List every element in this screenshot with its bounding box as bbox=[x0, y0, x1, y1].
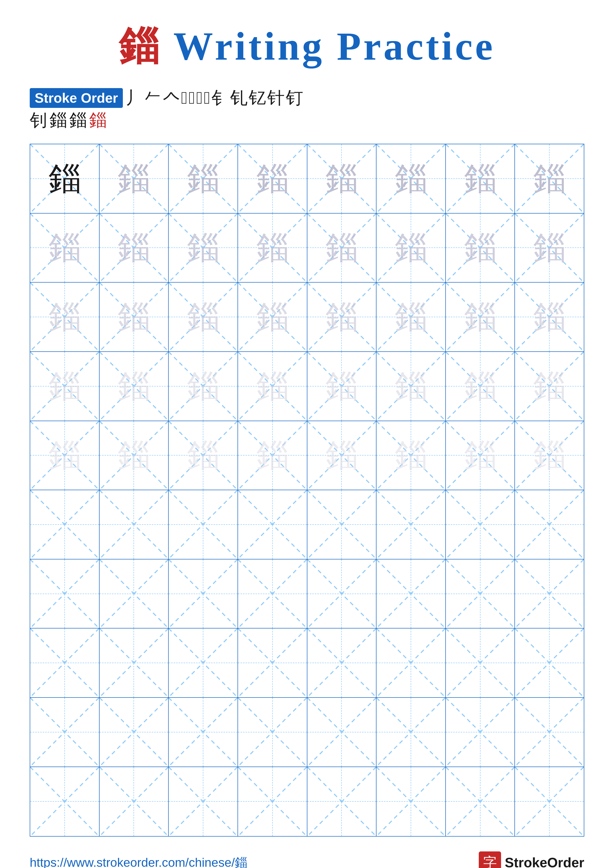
grid-cell-1-1[interactable]: 錙 bbox=[30, 144, 99, 214]
grid-cell-9-5[interactable] bbox=[307, 698, 377, 767]
grid-cell-7-6[interactable] bbox=[376, 560, 446, 629]
grid-cell-7-1[interactable] bbox=[30, 560, 99, 629]
svg-line-140 bbox=[446, 698, 515, 767]
grid-cell-1-5[interactable]: 錙 bbox=[307, 144, 377, 214]
grid-cell-4-5[interactable]: 錙 bbox=[307, 352, 377, 421]
grid-cell-7-7[interactable] bbox=[446, 560, 515, 629]
svg-line-123 bbox=[376, 628, 445, 697]
grid-cell-9-3[interactable] bbox=[169, 698, 238, 767]
grid-cell-6-1[interactable] bbox=[30, 490, 99, 560]
grid-cell-4-3[interactable]: 錙 bbox=[169, 352, 238, 421]
stroke-char-12: 钉 bbox=[286, 89, 303, 107]
cell-char-1-3: 錙 bbox=[187, 163, 219, 195]
grid-cell-10-4[interactable] bbox=[238, 767, 307, 836]
grid-cell-5-2[interactable]: 錙 bbox=[99, 421, 169, 490]
grid-cell-8-8[interactable] bbox=[515, 628, 584, 698]
svg-line-103 bbox=[238, 560, 307, 628]
grid-cell-2-3[interactable]: 錙 bbox=[169, 214, 238, 283]
grid-cell-1-3[interactable]: 錙 bbox=[169, 144, 238, 214]
grid-cell-1-6[interactable]: 錙 bbox=[376, 144, 446, 214]
cell-char-2-2: 錙 bbox=[118, 232, 150, 264]
grid-cell-9-8[interactable] bbox=[515, 698, 584, 767]
svg-line-129 bbox=[30, 698, 99, 767]
grid-cell-10-5[interactable] bbox=[307, 767, 377, 836]
grid-cell-6-5[interactable] bbox=[307, 490, 377, 560]
grid-cell-8-7[interactable] bbox=[446, 628, 515, 698]
grid-cell-2-4[interactable]: 錙 bbox=[238, 214, 307, 283]
svg-line-113 bbox=[30, 628, 99, 697]
grid-cell-1-4[interactable]: 錙 bbox=[238, 144, 307, 214]
grid-cell-5-8[interactable]: 錙 bbox=[515, 421, 584, 490]
grid-cell-3-7[interactable]: 錙 bbox=[446, 282, 515, 352]
grid-cell-7-3[interactable] bbox=[169, 560, 238, 629]
grid-cell-8-3[interactable] bbox=[169, 628, 238, 698]
svg-line-143 bbox=[515, 698, 584, 767]
grid-cell-2-6[interactable]: 錙 bbox=[376, 214, 446, 283]
grid-cell-3-1[interactable]: 錙 bbox=[30, 282, 99, 352]
footer-url[interactable]: https://www.strokeorder.com/chinese/錙 bbox=[30, 854, 247, 868]
grid-cell-10-1[interactable] bbox=[30, 767, 99, 836]
grid-cell-7-4[interactable] bbox=[238, 560, 307, 629]
grid-cell-9-6[interactable] bbox=[376, 698, 446, 767]
stroke-char-16: 錙 bbox=[89, 112, 107, 129]
grid-cell-6-2[interactable] bbox=[99, 490, 169, 560]
grid-cell-8-4[interactable] bbox=[238, 628, 307, 698]
cell-char-5-2: 錙 bbox=[118, 439, 150, 471]
grid-cell-6-3[interactable] bbox=[169, 490, 238, 560]
grid-cell-7-8[interactable] bbox=[515, 560, 584, 629]
grid-cell-4-4[interactable]: 錙 bbox=[238, 352, 307, 421]
cell-char-5-4: 錙 bbox=[256, 439, 289, 471]
grid-cell-10-3[interactable] bbox=[169, 767, 238, 836]
grid-cell-3-3[interactable]: 錙 bbox=[169, 282, 238, 352]
grid-cell-9-4[interactable] bbox=[238, 698, 307, 767]
grid-cell-2-7[interactable]: 錙 bbox=[446, 214, 515, 283]
grid-cell-2-5[interactable]: 錙 bbox=[307, 214, 377, 283]
grid-cell-5-7[interactable]: 錙 bbox=[446, 421, 515, 490]
grid-cell-9-1[interactable] bbox=[30, 698, 99, 767]
grid-cell-1-2[interactable]: 錙 bbox=[99, 144, 169, 214]
grid-cell-4-1[interactable]: 錙 bbox=[30, 352, 99, 421]
grid-cell-10-7[interactable] bbox=[446, 767, 515, 836]
grid-cell-5-1[interactable]: 錙 bbox=[30, 421, 99, 490]
grid-cell-4-8[interactable]: 錙 bbox=[515, 352, 584, 421]
grid-cell-3-8[interactable]: 錙 bbox=[515, 282, 584, 352]
grid-cell-2-8[interactable]: 錙 bbox=[515, 214, 584, 283]
grid-cell-5-5[interactable]: 錙 bbox=[307, 421, 377, 490]
grid-cell-8-6[interactable] bbox=[376, 628, 446, 698]
stroke-char-14: 錙 bbox=[50, 112, 67, 129]
grid-cell-4-6[interactable]: 錙 bbox=[376, 352, 446, 421]
grid-cell-2-1[interactable]: 錙 bbox=[30, 214, 99, 283]
grid-cell-6-8[interactable] bbox=[515, 490, 584, 560]
cell-char-2-3: 錙 bbox=[187, 232, 219, 264]
grid-cell-6-6[interactable] bbox=[376, 490, 446, 560]
grid-cell-1-8[interactable]: 錙 bbox=[515, 144, 584, 214]
grid-cell-2-2[interactable]: 錙 bbox=[99, 214, 169, 283]
grid-cell-3-5[interactable]: 錙 bbox=[307, 282, 377, 352]
svg-line-105 bbox=[307, 560, 376, 628]
grid-cell-10-2[interactable] bbox=[99, 767, 169, 836]
grid-cell-8-2[interactable] bbox=[99, 628, 169, 698]
grid-cell-7-2[interactable] bbox=[99, 560, 169, 629]
grid-cell-3-6[interactable]: 錙 bbox=[376, 282, 446, 352]
stroke-char-6: 𠆥 bbox=[196, 89, 203, 107]
grid-cell-10-8[interactable] bbox=[515, 767, 584, 836]
grid-cell-5-4[interactable]: 錙 bbox=[238, 421, 307, 490]
stroke-char-8: 钅 bbox=[211, 89, 229, 107]
grid-cell-9-7[interactable] bbox=[446, 698, 515, 767]
grid-cell-6-4[interactable] bbox=[238, 490, 307, 560]
grid-cell-4-2[interactable]: 錙 bbox=[99, 352, 169, 421]
grid-cell-9-2[interactable] bbox=[99, 698, 169, 767]
grid-cell-6-7[interactable] bbox=[446, 490, 515, 560]
grid-cell-1-7[interactable]: 錙 bbox=[446, 144, 515, 214]
grid-cell-3-4[interactable]: 錙 bbox=[238, 282, 307, 352]
stroke-char-5: 𠆤 bbox=[189, 89, 195, 107]
grid-cell-10-6[interactable] bbox=[376, 767, 446, 836]
grid-cell-8-1[interactable] bbox=[30, 628, 99, 698]
grid-cell-4-7[interactable]: 錙 bbox=[446, 352, 515, 421]
grid-cell-7-5[interactable] bbox=[307, 560, 377, 629]
grid-cell-3-2[interactable]: 錙 bbox=[99, 282, 169, 352]
grid-cell-5-6[interactable]: 錙 bbox=[376, 421, 446, 490]
svg-line-132 bbox=[169, 698, 238, 767]
grid-cell-5-3[interactable]: 錙 bbox=[169, 421, 238, 490]
grid-cell-8-5[interactable] bbox=[307, 628, 377, 698]
